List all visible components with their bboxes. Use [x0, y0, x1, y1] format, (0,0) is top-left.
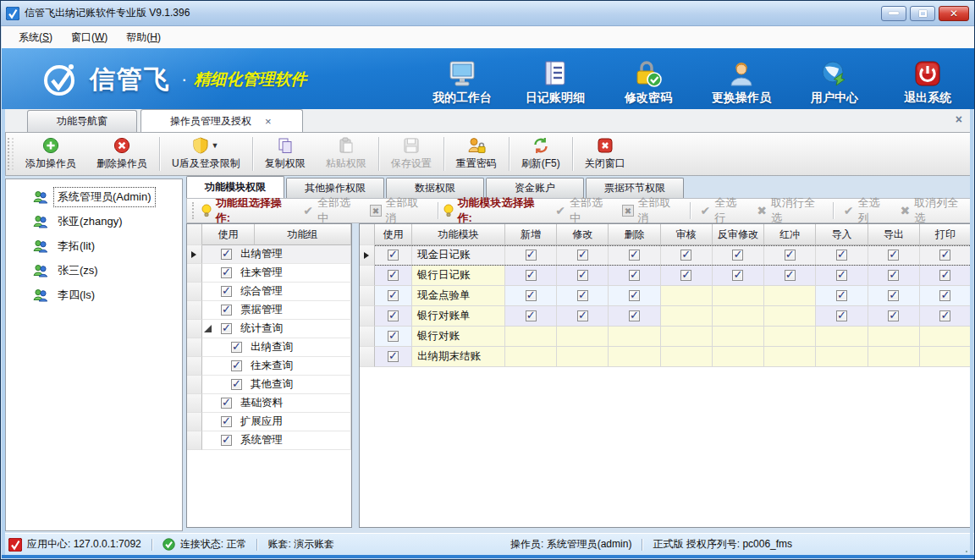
checkbox[interactable]: ✓: [888, 310, 899, 321]
group-cancel-all-button[interactable]: ✖ 全部取消: [370, 195, 427, 226]
row-header[interactable]: [360, 266, 375, 286]
checkbox[interactable]: ✓: [629, 290, 640, 301]
column-header[interactable]: 导出: [868, 224, 920, 245]
checkbox[interactable]: ✓: [388, 270, 399, 281]
row-header[interactable]: [187, 394, 202, 413]
group-table-row[interactable]: ✓扩展应用: [187, 413, 351, 431]
row-header[interactable]: [187, 264, 202, 283]
dropdown-arrow-icon[interactable]: ▼: [211, 141, 218, 150]
checkbox[interactable]: ✓: [221, 267, 232, 278]
group-table-row[interactable]: ✓其他查询: [187, 376, 351, 394]
checkbox[interactable]: ✓: [888, 290, 899, 301]
header-action-lock-check[interactable]: 修改密码: [613, 55, 684, 106]
module-select-all-button[interactable]: ✔ 全部选中: [555, 195, 610, 226]
tab-close-icon[interactable]: ×: [263, 115, 273, 128]
checkbox[interactable]: ✓: [526, 250, 537, 261]
module-table-row[interactable]: ✓现金点验单✓✓✓✓✓✓: [360, 286, 972, 306]
column-header[interactable]: 功能组: [255, 224, 351, 245]
checkbox[interactable]: ✓: [526, 270, 537, 281]
group-table-row[interactable]: ✓出纳管理: [187, 245, 351, 264]
column-header[interactable]: 导入: [816, 224, 868, 245]
close-window-button[interactable]: 关闭窗口: [575, 133, 636, 175]
minimize-button[interactable]: [881, 6, 906, 21]
menu-item-1[interactable]: 系统(S): [10, 28, 61, 47]
module-table-row[interactable]: ✓现金日记账✓✓✓✓✓✓✓✓✓: [360, 245, 972, 266]
tree-item-operator[interactable]: 系统管理员(Admin): [6, 184, 182, 209]
row-header[interactable]: [360, 327, 375, 347]
row-header[interactable]: [360, 347, 375, 367]
group-table-row[interactable]: ✓票据管理: [187, 301, 351, 320]
checkbox[interactable]: ✓: [732, 250, 743, 261]
checkbox[interactable]: ✓: [577, 270, 588, 281]
select-rows-button[interactable]: ✔ 全选行: [701, 195, 746, 226]
selection-toolbar-grip[interactable]: [192, 202, 197, 219]
group-table-row[interactable]: ✓综合管理: [187, 283, 351, 301]
checkbox[interactable]: ✓: [221, 286, 232, 297]
delete-operator-button[interactable]: 删除操作员: [86, 133, 157, 175]
column-header[interactable]: 使用: [202, 224, 255, 245]
row-header[interactable]: [187, 413, 202, 431]
checkbox[interactable]: ✓: [732, 270, 743, 281]
module-table-row[interactable]: ✓银行对账: [360, 327, 972, 347]
toolbar-grip[interactable]: [8, 138, 14, 170]
tree-item-operator[interactable]: 张三(zs): [6, 258, 182, 283]
group-table-row[interactable]: ✓往来管理: [187, 264, 351, 283]
reset-password-button[interactable]: 重置密码: [446, 133, 507, 175]
tree-item-operator[interactable]: 李拓(lit): [6, 233, 182, 258]
checkbox[interactable]: ✓: [388, 310, 399, 321]
column-header[interactable]: 审核: [661, 224, 713, 245]
checkbox[interactable]: ✓: [939, 270, 950, 281]
checkbox[interactable]: ✓: [577, 250, 588, 261]
checkbox[interactable]: ✓: [388, 351, 399, 362]
row-header[interactable]: [360, 245, 375, 266]
checkbox[interactable]: ✓: [785, 250, 796, 261]
column-header[interactable]: 使用: [375, 224, 412, 245]
checkbox[interactable]: ✓: [785, 270, 796, 281]
header-action-user-center-globe[interactable]: 用户中心: [799, 55, 870, 106]
row-header[interactable]: [187, 245, 202, 264]
checkbox[interactable]: ✓: [939, 250, 950, 261]
column-header[interactable]: 删除: [609, 224, 660, 245]
row-header[interactable]: [360, 286, 375, 306]
cancel-rows-button[interactable]: ✖ 取消行全选: [757, 195, 822, 226]
checkbox[interactable]: ✓: [577, 310, 588, 321]
checkbox[interactable]: ✓: [939, 310, 950, 321]
row-header[interactable]: [187, 357, 202, 376]
group-table-row[interactable]: ✓基础资料: [187, 394, 351, 413]
checkbox[interactable]: ✓: [577, 290, 588, 301]
column-header[interactable]: 红冲: [764, 224, 816, 245]
row-header[interactable]: [187, 431, 202, 450]
tree-item-operator[interactable]: 李四(ls): [6, 283, 182, 307]
menu-item-2[interactable]: 窗口(W): [63, 28, 116, 47]
checkbox[interactable]: ✓: [836, 250, 847, 261]
checkbox[interactable]: ✓: [231, 360, 242, 371]
copy-permission-button[interactable]: 复制权限: [255, 133, 316, 175]
menu-item-3[interactable]: 帮助(H): [118, 28, 169, 47]
tabstrip-close-icon[interactable]: ×: [956, 113, 962, 126]
checkbox[interactable]: ✓: [388, 331, 399, 342]
module-cancel-all-button[interactable]: ✖ 全部取消: [622, 195, 679, 226]
row-header[interactable]: [187, 301, 202, 320]
checkbox[interactable]: ✓: [680, 250, 691, 261]
select-cols-button[interactable]: ✔ 全选列: [844, 195, 889, 226]
checkbox[interactable]: ✓: [526, 290, 537, 301]
checkbox[interactable]: ✓: [939, 290, 950, 301]
checkbox[interactable]: ✓: [231, 342, 242, 353]
close-button[interactable]: ✕: [939, 6, 969, 21]
group-select-all-button[interactable]: ✔ 全部选中: [303, 195, 358, 226]
refresh-button[interactable]: 刷新(F5): [511, 133, 570, 175]
row-header[interactable]: [187, 283, 202, 301]
checkbox[interactable]: ✓: [888, 270, 899, 281]
checkbox[interactable]: ✓: [629, 270, 640, 281]
checkbox[interactable]: ✓: [231, 379, 242, 390]
checkbox[interactable]: ✓: [221, 398, 232, 409]
checkbox[interactable]: ✓: [221, 305, 232, 316]
row-header[interactable]: [360, 306, 375, 327]
row-header[interactable]: [187, 376, 202, 394]
ushield-button[interactable]: ▼U盾及登录限制: [162, 133, 251, 175]
module-table-row[interactable]: ✓银行日记账✓✓✓✓✓✓✓✓✓: [360, 266, 972, 286]
tab-operator-management[interactable]: 操作员管理及授权×: [140, 109, 303, 132]
group-table-row[interactable]: ✓出纳查询: [187, 338, 351, 357]
column-header[interactable]: 修改: [557, 224, 609, 245]
group-table-row[interactable]: ✓往来查询: [187, 357, 351, 376]
